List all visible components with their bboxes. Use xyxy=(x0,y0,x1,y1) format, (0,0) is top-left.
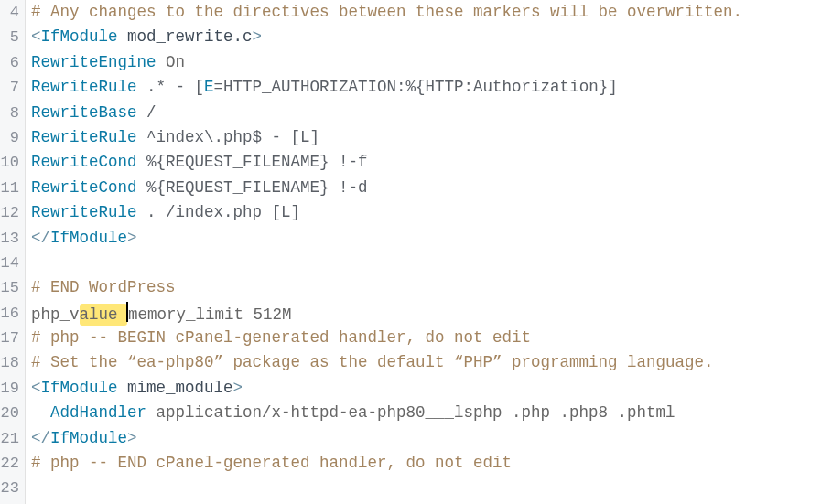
code-token: . /index.php [L] xyxy=(137,203,301,221)
code-token: > xyxy=(233,379,243,397)
code-line[interactable]: <IfModule mime_module> xyxy=(31,376,742,401)
code-token: # php -- END cPanel-generated handler, d… xyxy=(31,454,512,472)
code-line[interactable]: php_value memory_limit 512M xyxy=(31,301,742,326)
code-token: < xyxy=(31,27,41,46)
code-token: =HTTP_AUTHORIZATION:%{HTTP:Authorization… xyxy=(214,78,618,96)
code-token: RewriteRule xyxy=(31,128,137,146)
code-line[interactable]: </IfModule> xyxy=(31,226,742,251)
line-number: 10 xyxy=(0,150,19,175)
code-token: .* - [ xyxy=(137,78,205,96)
code-line[interactable] xyxy=(31,251,742,275)
code-token: mod_rewrite.c xyxy=(118,27,253,46)
code-token: > xyxy=(253,27,263,46)
code-token: memory_limit 512M xyxy=(128,306,292,324)
code-token: RewriteRule xyxy=(31,78,137,96)
code-line[interactable]: <IfModule mod_rewrite.c> xyxy=(31,25,742,49)
code-line[interactable]: </IfModule> xyxy=(31,426,742,451)
line-number: 6 xyxy=(0,50,19,75)
code-token: On xyxy=(157,53,186,71)
code-token: # Set the “ea-php80” package as the defa… xyxy=(31,353,714,371)
code-line[interactable]: RewriteCond %{REQUEST_FILENAME} !-d xyxy=(31,176,742,200)
code-token: %{REQUEST_FILENAME} !-d xyxy=(137,178,368,197)
line-number: 19 xyxy=(0,376,19,401)
code-editor[interactable]: 4567891011121314151617181920212223 # Any… xyxy=(0,0,832,504)
line-number: 4 xyxy=(0,0,19,25)
code-token: > xyxy=(127,429,137,447)
selection-highlight: alue xyxy=(80,304,128,326)
code-line[interactable]: # Set the “ea-php80” package as the defa… xyxy=(31,350,742,375)
code-line[interactable]: RewriteEngine On xyxy=(31,50,742,75)
code-line[interactable]: RewriteBase / xyxy=(31,101,742,125)
line-number: 5 xyxy=(0,25,19,49)
code-line[interactable]: # END WordPress xyxy=(31,275,742,300)
code-token: RewriteCond xyxy=(31,178,137,197)
code-line[interactable]: RewriteRule . /index.php [L] xyxy=(31,200,742,225)
code-token: IfModule xyxy=(41,27,118,46)
code-token: IfModule xyxy=(50,429,127,447)
line-number: 16 xyxy=(0,301,19,326)
code-token: IfModule xyxy=(50,229,127,247)
code-token: </ xyxy=(31,229,50,247)
code-token: RewriteEngine xyxy=(31,53,157,71)
code-token: / xyxy=(137,103,157,122)
code-token: RewriteBase xyxy=(31,103,137,122)
code-token: RewriteCond xyxy=(31,153,137,171)
code-line[interactable]: RewriteRule .* - [E=HTTP_AUTHORIZATION:%… xyxy=(31,75,742,100)
code-token: %{REQUEST_FILENAME} !-f xyxy=(137,153,368,171)
line-number: 8 xyxy=(0,101,19,125)
code-token: E xyxy=(204,78,214,96)
line-number-gutter: 4567891011121314151617181920212223 xyxy=(0,0,26,504)
code-token: < xyxy=(31,379,41,397)
code-line[interactable]: # php -- BEGIN cPanel-generated handler,… xyxy=(31,326,742,350)
code-token: # php -- BEGIN cPanel-generated handler,… xyxy=(31,328,531,347)
code-line[interactable]: RewriteRule ^index\.php$ - [L] xyxy=(31,125,742,150)
line-number: 22 xyxy=(0,451,19,476)
code-token: RewriteRule xyxy=(31,203,137,221)
code-token: > xyxy=(127,229,137,247)
code-token: IfModule xyxy=(41,379,118,397)
code-line[interactable]: # Any changes to the directives between … xyxy=(31,0,742,25)
code-token: AddHandler xyxy=(31,403,146,422)
line-number: 11 xyxy=(0,176,19,200)
line-number: 23 xyxy=(0,476,19,500)
line-number: 12 xyxy=(0,200,19,225)
code-line[interactable]: AddHandler application/x-httpd-ea-php80_… xyxy=(31,401,742,425)
line-number: 13 xyxy=(0,226,19,251)
line-number: 14 xyxy=(0,251,19,275)
line-number: 9 xyxy=(0,125,19,150)
code-line[interactable]: # php -- END cPanel-generated handler, d… xyxy=(31,451,742,476)
code-line[interactable]: RewriteCond %{REQUEST_FILENAME} !-f xyxy=(31,150,742,175)
line-number: 7 xyxy=(0,75,19,100)
code-line[interactable] xyxy=(31,476,742,500)
line-number: 17 xyxy=(0,326,19,350)
text-cursor xyxy=(127,304,128,322)
line-number: 20 xyxy=(0,401,19,425)
code-token: # Any changes to the directives between … xyxy=(31,3,742,21)
code-token: mime_module xyxy=(118,379,233,397)
line-number: 15 xyxy=(0,275,19,300)
line-number: 21 xyxy=(0,426,19,451)
code-area[interactable]: # Any changes to the directives between … xyxy=(26,0,742,504)
code-token: # END WordPress xyxy=(31,278,176,296)
code-token: application/x-httpd-ea-php80___lsphp .ph… xyxy=(146,403,675,422)
code-token: ^index\.php$ - [L] xyxy=(137,128,320,146)
code-token: </ xyxy=(31,429,50,447)
code-token: php_v xyxy=(31,306,80,324)
line-number: 18 xyxy=(0,350,19,375)
